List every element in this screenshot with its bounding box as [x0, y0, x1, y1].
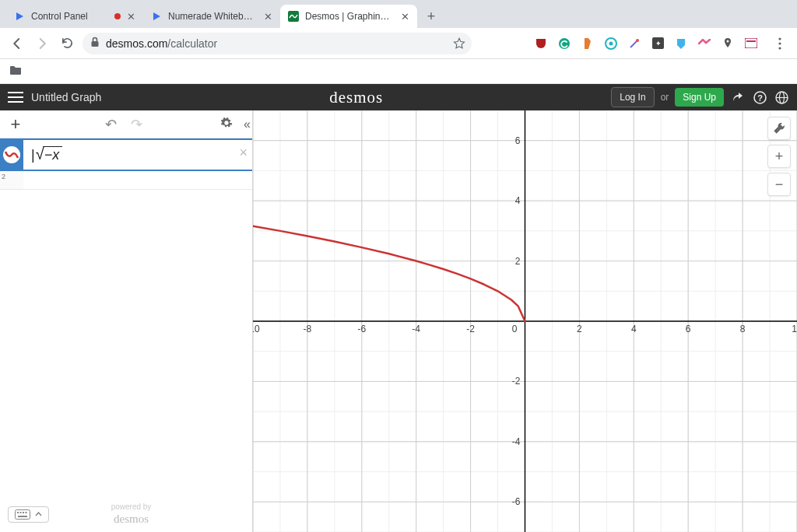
svg-text:-8: -8 [304, 324, 312, 334]
share-icon[interactable] [730, 89, 746, 105]
svg-text:-4: -4 [512, 436, 521, 447]
svg-text:-2: -2 [466, 324, 475, 334]
tab-desmos[interactable]: Desmos | Graphing Calculator ✕ [280, 5, 417, 28]
graph-title[interactable]: Untitled Graph [31, 91, 101, 103]
tab-label: Control Panel [31, 11, 108, 22]
extension-pin-icon[interactable] [721, 37, 735, 51]
chrome-menu-button[interactable] [771, 34, 789, 53]
ublock-icon[interactable] [534, 37, 548, 51]
svg-text:6: 6 [515, 135, 521, 146]
undo-button[interactable]: ↶ [105, 116, 117, 133]
powered-by-label: powered by desmos [111, 502, 152, 526]
signup-button[interactable]: Sign Up [675, 88, 724, 107]
svg-text:-6: -6 [512, 496, 521, 507]
new-tab-button[interactable]: + [420, 5, 442, 27]
svg-text:-6: -6 [357, 324, 366, 334]
browser-tabstrip: Control Panel ✕ Numerade Whiteboard ✕ De… [0, 0, 797, 28]
zoom-in-button[interactable]: + [767, 145, 791, 168]
keypad-toggle-button[interactable] [8, 506, 49, 523]
svg-text:8: 8 [740, 324, 746, 334]
close-icon[interactable]: ✕ [401, 12, 409, 22]
svg-text:✦: ✦ [655, 40, 661, 47]
close-icon[interactable]: ✕ [127, 12, 135, 22]
graph-controls: + − [767, 117, 791, 196]
star-button[interactable] [450, 34, 469, 53]
login-button[interactable]: Log In [611, 87, 654, 107]
url-text: desmos.com/calculator [106, 37, 217, 50]
tab-numerade-whiteboard[interactable]: Numerade Whiteboard ✕ [143, 5, 280, 28]
svg-rect-26 [18, 516, 27, 517]
extension-teal-icon[interactable] [604, 37, 618, 51]
reload-button[interactable] [58, 34, 76, 53]
expression-input[interactable]: | √ −x [23, 140, 252, 170]
svg-point-14 [778, 42, 781, 44]
svg-rect-25 [26, 512, 27, 513]
svg-text:6: 6 [686, 324, 691, 334]
lock-icon [90, 37, 100, 50]
tab-control-panel[interactable]: Control Panel ✕ [6, 5, 143, 28]
redo-button[interactable]: ↷ [131, 116, 142, 133]
collapse-panel-button[interactable]: « [244, 117, 248, 131]
forward-button[interactable] [33, 34, 51, 53]
svg-rect-12 [746, 40, 756, 42]
language-icon[interactable] [774, 89, 789, 105]
svg-text:-2: -2 [512, 376, 521, 387]
close-icon[interactable]: ✕ [264, 12, 272, 22]
expression-row-2[interactable]: 2 [0, 171, 252, 190]
svg-rect-22 [17, 512, 19, 513]
tab-label: Numerade Whiteboard [168, 11, 258, 22]
extensions-row: ✦ [534, 37, 758, 51]
extension-orange-icon[interactable] [581, 37, 595, 51]
svg-text:2: 2 [577, 324, 582, 334]
panel-footer: powered by desmos [0, 502, 252, 526]
row-index: 2 [2, 173, 5, 180]
svg-text:2: 2 [515, 256, 521, 267]
svg-rect-11 [745, 38, 757, 48]
svg-text:-10: -10 [253, 324, 260, 334]
svg-marker-1 [153, 12, 160, 20]
graph-canvas[interactable]: -10-8-6-4-20246810-6-4-2246 [253, 110, 797, 532]
back-button[interactable] [8, 34, 26, 53]
svg-point-6 [609, 41, 613, 45]
desmos-header: Untitled Graph desmos Log In or Sign Up … [0, 84, 797, 110]
folder-icon[interactable] [9, 65, 22, 78]
extension-blue-icon[interactable] [674, 37, 688, 51]
graph-area[interactable]: -10-8-6-4-20246810-6-4-2246 + − [253, 110, 797, 532]
delete-expression-button[interactable]: × [239, 145, 248, 161]
address-bar[interactable]: desmos.com/calculator [83, 33, 472, 54]
expression-toolbar: + ↶ ↷ « [0, 110, 252, 138]
numerade-icon [151, 11, 162, 22]
expression-row-1[interactable]: 1 | √ −x × [0, 138, 252, 171]
svg-text:?: ? [757, 93, 763, 102]
tab-label: Desmos | Graphing Calculator [305, 11, 395, 22]
svg-rect-23 [20, 512, 22, 513]
expression-panel: + ↶ ↷ « 1 | √ − [0, 110, 253, 532]
svg-point-13 [778, 37, 781, 40]
desmos-logo: desmos [329, 88, 383, 107]
svg-point-7 [636, 39, 639, 42]
recording-dot-icon [114, 13, 121, 19]
grammarly-icon[interactable] [557, 37, 571, 51]
extension-square-icon[interactable]: ✦ [651, 37, 665, 51]
desmos-icon [288, 11, 299, 22]
zoom-out-button[interactable]: − [767, 173, 791, 196]
workspace: + ↶ ↷ « 1 | √ − [0, 110, 797, 532]
extension-card-icon[interactable] [744, 37, 758, 51]
svg-rect-21 [16, 509, 30, 519]
settings-icon[interactable] [220, 117, 233, 132]
extension-wand-icon[interactable] [627, 37, 641, 51]
bookmarks-bar [0, 59, 797, 84]
help-icon[interactable]: ? [752, 89, 767, 105]
svg-point-15 [778, 47, 781, 49]
svg-rect-3 [92, 41, 99, 47]
svg-text:4: 4 [515, 195, 521, 206]
add-expression-button[interactable]: + [5, 114, 26, 135]
extension-pink-icon[interactable] [697, 37, 711, 51]
svg-rect-24 [23, 512, 24, 513]
svg-text:-4: -4 [412, 324, 420, 334]
graph-settings-button[interactable] [767, 117, 791, 140]
curve-thumb-icon [3, 146, 20, 163]
menu-button[interactable] [8, 92, 23, 103]
numerade-icon [14, 11, 25, 22]
row-index: 1 [2, 142, 5, 149]
